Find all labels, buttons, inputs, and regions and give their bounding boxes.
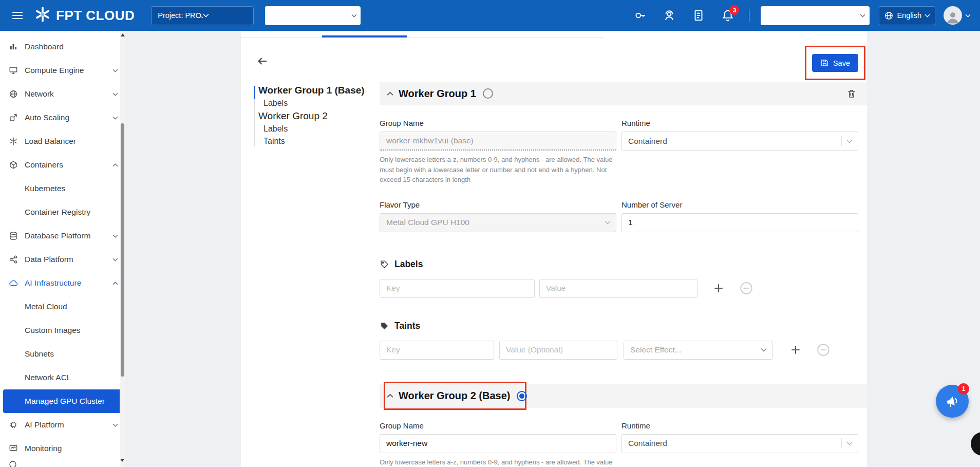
save-icon	[820, 59, 829, 67]
tree-item-worker-group-1-labels[interactable]: Labels	[248, 97, 380, 109]
worker-group-1-radio[interactable]	[483, 88, 493, 99]
trash-icon[interactable]	[846, 88, 857, 99]
sidebar-scrollbar[interactable]	[120, 31, 125, 467]
tree-item-worker-group-2-labels[interactable]: Labels	[248, 123, 380, 135]
notifications-icon[interactable]: 3	[721, 9, 734, 22]
taints-section-title: Taints	[394, 321, 420, 331]
compute-engine-icon	[8, 65, 18, 76]
worker-group-tree: Worker Group 1 (Base) Labels Worker Grou…	[248, 82, 380, 467]
save-button[interactable]: Save	[812, 54, 858, 72]
group-name-label: Group Name	[380, 421, 616, 430]
group-name-input-2[interactable]	[380, 434, 616, 453]
label-key-input[interactable]	[380, 279, 535, 298]
chevron-down-icon	[605, 220, 611, 225]
back-button[interactable]	[253, 52, 272, 70]
worker-group-1-header: Worker Group 1	[380, 82, 867, 105]
sidebar-scrollbar-thumb[interactable]	[121, 123, 124, 377]
save-button-label: Save	[833, 59, 850, 67]
megaphone-icon	[943, 392, 962, 410]
tag-outline-icon	[380, 259, 389, 269]
sidebar-item-subnets[interactable]: Subnets	[0, 342, 125, 366]
sidebar-item-dashboard[interactable]: Dashboard	[0, 35, 125, 59]
chevron-down-icon	[112, 116, 118, 120]
sidebar-item-containers[interactable]: Containers	[0, 153, 125, 177]
documentation-icon[interactable]	[692, 9, 705, 22]
collapse-chevron-up-icon[interactable]	[387, 394, 393, 398]
sidebar-item-auto-scaling[interactable]: Auto Scaling	[0, 106, 125, 129]
worker-groups-card: Save Worker Group 1 (Base) Labels Worker…	[241, 31, 867, 467]
sidebar-item-container-registry[interactable]: Container Registry	[0, 200, 125, 224]
project-select-value: Project: PROJECT_NC...	[158, 11, 203, 20]
tree-item-worker-group-2[interactable]: Worker Group 2	[248, 109, 380, 123]
announcements-button[interactable]: 1	[936, 385, 969, 418]
remove-label-button[interactable]	[738, 279, 755, 297]
scroll-down-icon[interactable]	[120, 459, 124, 462]
card-body: Worker Group 1 (Base) Labels Worker Grou…	[241, 82, 867, 467]
partial-item-icon	[8, 460, 17, 467]
fpt-cloud-logo[interactable]: FPT CLOUD	[34, 6, 135, 25]
taint-effect-select[interactable]: Select Effect...	[624, 341, 772, 360]
add-label-button[interactable]	[711, 281, 726, 296]
navbar-right-group: 3 English	[617, 6, 980, 25]
tag-filled-icon	[380, 321, 389, 331]
taints-section-title-row: Taints	[380, 321, 858, 331]
key-icon[interactable]	[633, 9, 647, 22]
sidebar-item-network[interactable]: Network	[0, 82, 125, 106]
support-icon[interactable]	[663, 9, 676, 22]
sidebar-item-kubernetes[interactable]: Kubernetes	[0, 177, 125, 200]
tree-active-indicator	[254, 86, 255, 99]
chevron-down-icon	[112, 92, 118, 96]
chevron-down-icon	[112, 69, 118, 72]
sidebar-item-load-balancer[interactable]: Load Balancer	[0, 129, 125, 153]
chevron-down-icon	[112, 258, 118, 261]
labels-input-row	[380, 279, 858, 298]
group-name-help: Only lowercase letters a-z, numbers 0-9,…	[380, 155, 616, 185]
sidebar-item-ai-infrastructure[interactable]: AI Infrastructure	[0, 271, 125, 295]
taint-key-input[interactable]	[380, 341, 494, 360]
language-select[interactable]: English	[879, 6, 935, 25]
taints-input-row: Select Effect...	[380, 341, 858, 360]
chevron-down-icon	[846, 441, 853, 445]
tree-item-worker-group-2-taints[interactable]: Taints	[248, 135, 380, 147]
add-taint-button[interactable]	[788, 342, 803, 358]
sidebar-item-network-acl[interactable]: Network ACL	[0, 366, 125, 389]
worker-group-2-radio[interactable]	[517, 391, 527, 401]
taints-section: Taints Select Effect...	[380, 321, 867, 360]
sidebar-item-metal-cloud[interactable]: Metal Cloud	[0, 295, 125, 319]
dashboard-icon	[8, 42, 18, 52]
number-of-server-input[interactable]	[621, 213, 858, 232]
sidebar-item-compute-engine[interactable]: Compute Engine	[0, 59, 125, 82]
sidebar-item-monitoring[interactable]: Monitoring	[0, 437, 125, 460]
navbar-search-input[interactable]	[265, 6, 347, 25]
project-select[interactable]: Project: PROJECT_NC...	[151, 6, 254, 25]
sidebar-item-data-platform[interactable]: Data Platform	[0, 248, 125, 271]
menu-icon[interactable]	[8, 6, 27, 25]
runtime-select[interactable]: Containerd	[621, 132, 858, 151]
collapse-chevron-up-icon[interactable]	[387, 91, 393, 96]
navbar-divider	[749, 9, 749, 22]
sidebar-item-database-platform[interactable]: Database Platform	[0, 224, 125, 248]
number-of-server-label: Number of Server	[621, 200, 858, 209]
chevron-up-icon	[112, 163, 118, 167]
sidebar-item-ai-platform[interactable]: AI Platform	[0, 413, 125, 437]
worker-group-1-title: Worker Group 1	[399, 88, 476, 100]
account-select[interactable]	[761, 6, 870, 25]
label-value-input[interactable]	[539, 279, 698, 298]
sidebar-item-managed-gpu-cluster[interactable]: Managed GPU Cluster	[3, 389, 122, 413]
taint-value-input[interactable]	[499, 341, 617, 360]
database-icon	[8, 231, 18, 241]
tab-strip-divider	[241, 37, 604, 38]
chevron-down-icon[interactable]	[347, 6, 361, 25]
ai-infrastructure-icon	[8, 278, 18, 288]
remove-taint-button[interactable]	[815, 341, 832, 359]
avatar[interactable]	[944, 6, 962, 25]
scroll-up-icon[interactable]	[121, 33, 125, 36]
sidebar-item-custom-images[interactable]: Custom Images	[0, 319, 125, 342]
flavor-type-label: Flavor Type	[380, 200, 616, 209]
runtime-select-2[interactable]: Containerd	[621, 434, 858, 453]
chevron-down-icon[interactable]	[965, 14, 971, 17]
tree-item-worker-group-1[interactable]: Worker Group 1 (Base)	[248, 84, 380, 97]
chevron-down-icon	[112, 423, 118, 427]
group-1-row-1: Group Name Only lowercase letters a-z, n…	[380, 119, 867, 185]
auto-scaling-icon	[8, 113, 18, 123]
